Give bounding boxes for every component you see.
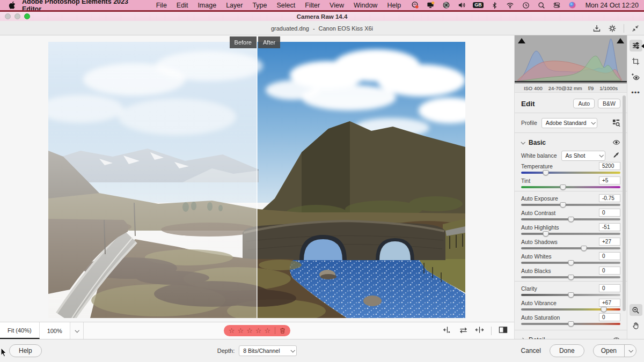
- preferences-gear-icon[interactable]: [608, 24, 617, 32]
- depth-select[interactable]: 8 Bits/Channel: [239, 345, 297, 356]
- basic-section-header[interactable]: Basic: [521, 136, 620, 149]
- slider-handle[interactable]: [601, 307, 606, 312]
- menu-layer[interactable]: Layer: [226, 2, 243, 9]
- done-button[interactable]: Done: [550, 344, 584, 357]
- star-1[interactable]: ☆: [229, 327, 235, 334]
- wifi-icon[interactable]: [506, 1, 515, 9]
- copy-settings-both-icon[interactable]: [475, 326, 484, 336]
- bluetooth-icon[interactable]: [491, 1, 499, 9]
- menu-window[interactable]: Window: [354, 2, 377, 9]
- more-tools-icon[interactable]: •••: [630, 86, 642, 98]
- hand-tool[interactable]: [630, 320, 642, 331]
- auto-button[interactable]: Auto: [573, 99, 595, 108]
- auto-highlights-value[interactable]: -51: [599, 223, 620, 231]
- detail-visibility-eye-icon[interactable]: [612, 335, 620, 339]
- auto-whites-value[interactable]: 0: [599, 252, 620, 260]
- cancel-button[interactable]: Cancel: [521, 347, 541, 354]
- slider-handle[interactable]: [543, 231, 549, 237]
- clarity-slider[interactable]: [521, 294, 620, 296]
- slider-handle[interactable]: [568, 275, 574, 280]
- auto-saturation-slider[interactable]: [521, 323, 620, 325]
- temperature-slider[interactable]: [521, 172, 620, 174]
- apple-menu-icon[interactable]: [9, 1, 16, 9]
- auto-whites-slider[interactable]: [521, 262, 620, 264]
- slider-handle[interactable]: [560, 184, 566, 190]
- tint-value[interactable]: +5: [599, 176, 620, 184]
- shutter-icon[interactable]: [442, 1, 450, 9]
- menu-file[interactable]: File: [156, 2, 167, 9]
- screen-record-icon[interactable]: [411, 1, 419, 9]
- auto-blacks-value[interactable]: 0: [599, 267, 620, 275]
- spotlight-icon[interactable]: [537, 1, 546, 9]
- menu-edit[interactable]: Edit: [177, 2, 188, 9]
- slider-handle[interactable]: [568, 321, 574, 327]
- menu-type[interactable]: Type: [252, 2, 267, 9]
- auto-shadows-slider[interactable]: [521, 247, 620, 249]
- menu-help[interactable]: Help: [387, 2, 401, 9]
- menu-image[interactable]: Image: [197, 2, 216, 9]
- detail-section-header[interactable]: Detail: [521, 333, 620, 339]
- auto-vibrance-value[interactable]: +67: [599, 299, 620, 307]
- save-image-icon[interactable]: [592, 24, 601, 32]
- menu-view[interactable]: View: [330, 2, 344, 9]
- temperature-value[interactable]: 5200: [599, 162, 620, 170]
- volume-icon[interactable]: [457, 1, 466, 9]
- clarity-value[interactable]: 0: [599, 284, 620, 292]
- slider-handle[interactable]: [543, 170, 549, 175]
- crop-tool[interactable]: [630, 55, 642, 67]
- histogram[interactable]: [515, 35, 627, 84]
- siri-icon[interactable]: [568, 1, 577, 9]
- chevron-down-icon: [591, 120, 595, 124]
- keyboard-layout-badge[interactable]: GB: [473, 2, 484, 8]
- display-alert-icon[interactable]: [426, 1, 435, 9]
- auto-vibrance-slider[interactable]: [521, 308, 620, 311]
- auto-contrast-value[interactable]: 0: [599, 209, 620, 217]
- menu-select[interactable]: Select: [277, 2, 296, 9]
- profile-browser-icon[interactable]: [612, 119, 620, 127]
- slider-handle[interactable]: [568, 292, 574, 298]
- auto-blacks-slider[interactable]: [521, 276, 620, 278]
- slider-auto-blacks: Auto Blacks0: [521, 267, 620, 278]
- before-after-swap-side-icon[interactable]: [443, 326, 452, 336]
- auto-saturation-value[interactable]: 0: [599, 313, 620, 321]
- split-view-icon[interactable]: [499, 326, 508, 336]
- auto-exposure-slider[interactable]: [521, 204, 620, 206]
- menu-filter[interactable]: Filter: [305, 2, 320, 9]
- open-options-chevron[interactable]: [624, 345, 636, 357]
- auto-shadows-value[interactable]: +27: [599, 238, 620, 246]
- bw-button[interactable]: B&W: [598, 99, 620, 108]
- panel-scrollbar[interactable]: [623, 95, 626, 311]
- image-preview[interactable]: Before After: [48, 42, 465, 318]
- star-4[interactable]: ☆: [255, 327, 262, 334]
- collapse-window-icon[interactable]: [631, 24, 640, 32]
- auto-highlights-slider[interactable]: [521, 233, 620, 235]
- star-5[interactable]: ☆: [264, 327, 270, 334]
- after-label[interactable]: After: [258, 36, 280, 48]
- swap-before-after-icon[interactable]: [459, 326, 468, 336]
- edit-tool[interactable]: [630, 40, 642, 51]
- slider-handle[interactable]: [581, 246, 587, 251]
- delete-trash-icon[interactable]: [280, 327, 286, 334]
- panel-collapse-arrow[interactable]: [641, 44, 644, 48]
- before-label[interactable]: Before: [230, 36, 257, 48]
- zoom-tool[interactable]: [630, 304, 642, 316]
- open-split-button[interactable]: Open: [593, 344, 636, 357]
- star-2[interactable]: ☆: [238, 327, 244, 334]
- slider-handle[interactable]: [560, 202, 566, 208]
- slider-handle[interactable]: [568, 217, 574, 222]
- white-balance-eyedropper-icon[interactable]: [612, 152, 620, 160]
- control-center-icon[interactable]: [553, 1, 561, 9]
- time-machine-icon[interactable]: [522, 1, 530, 9]
- auto-exposure-value[interactable]: -0.75: [599, 194, 620, 202]
- basic-visibility-eye-icon[interactable]: [612, 138, 620, 147]
- red-eye-tool[interactable]: [630, 71, 642, 83]
- tint-slider[interactable]: [521, 186, 620, 188]
- menubar-clock[interactable]: Mon 24 Oct 12:20: [586, 2, 639, 9]
- bottom-bar: Help Depth: 8 Bits/Channel Cancel Done O…: [0, 339, 644, 362]
- open-button[interactable]: Open: [594, 345, 624, 357]
- slider-handle[interactable]: [568, 260, 574, 265]
- profile-select[interactable]: Adobe Standard: [541, 118, 597, 128]
- star-3[interactable]: ☆: [246, 327, 253, 334]
- white-balance-select[interactable]: As Shot: [561, 151, 605, 161]
- auto-contrast-slider[interactable]: [521, 218, 620, 220]
